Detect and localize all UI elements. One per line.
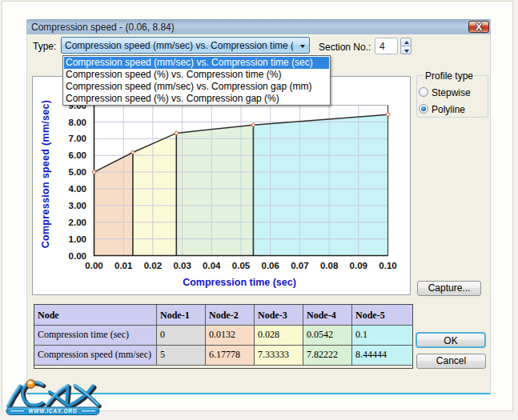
svg-text:Compression speed (mm/sec): Compression speed (mm/sec) xyxy=(40,100,51,249)
svg-text:0.10: 0.10 xyxy=(379,261,396,270)
svg-text:0.00: 0.00 xyxy=(85,261,102,270)
svg-text:0.08: 0.08 xyxy=(320,261,339,270)
svg-text:4.00: 4.00 xyxy=(69,184,86,194)
svg-text:3.00: 3.00 xyxy=(69,201,86,210)
svg-text:0.05: 0.05 xyxy=(232,261,251,270)
svg-text:0.00: 0.00 xyxy=(69,251,86,261)
svg-text:0.07: 0.07 xyxy=(291,261,308,270)
svg-text:0.06: 0.06 xyxy=(262,261,279,270)
svg-text:5.00: 5.00 xyxy=(69,167,86,177)
svg-text:8.00: 8.00 xyxy=(69,118,86,127)
svg-text:6.00: 6.00 xyxy=(69,150,86,160)
svg-text:0.09: 0.09 xyxy=(350,261,367,270)
svg-text:0.01: 0.01 xyxy=(114,261,133,270)
svg-text:2.00: 2.00 xyxy=(69,218,86,227)
svg-text:0.02: 0.02 xyxy=(144,261,162,270)
svg-text:0.04: 0.04 xyxy=(203,261,221,270)
svg-text:7.00: 7.00 xyxy=(69,134,86,143)
svg-text:WWW.ICAX.ORG: WWW.ICAX.ORG xyxy=(28,408,77,414)
svg-text:0.03: 0.03 xyxy=(173,261,191,270)
svg-text:1.00: 1.00 xyxy=(69,234,86,244)
svg-text:Compression time (sec): Compression time (sec) xyxy=(183,277,296,288)
